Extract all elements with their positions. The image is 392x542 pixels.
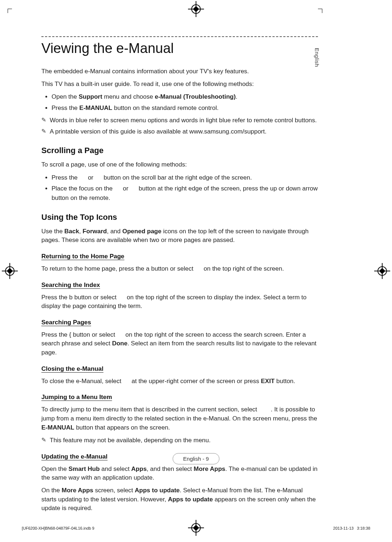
registration-mark-left — [5, 266, 15, 276]
jumping-heading: Jumping to a Menu Item — [41, 394, 318, 401]
intro-bullets: Open the Support menu and choose e-Manua… — [41, 92, 318, 113]
registration-mark-top — [191, 4, 201, 14]
intro-bullet-1: Open the Support menu and choose e-Manua… — [52, 92, 318, 102]
scrolling-intro: To scroll a page, use of one of the foll… — [41, 160, 318, 169]
crop-mark-tr — [318, 9, 322, 13]
index-heading: Searching the Index — [41, 282, 318, 289]
scrolling-heading: Scrolling a Page — [41, 146, 318, 155]
note-icon: ✎ — [41, 116, 46, 124]
page-content: Viewing the e-Manual The embedded e-Manu… — [41, 36, 318, 517]
divider — [41, 36, 318, 37]
scrolling-bullet-1: Press the or button on the scroll bar at… — [52, 173, 318, 182]
registration-mark-bottom — [191, 523, 201, 533]
home-heading: Returning to the Home Page — [41, 253, 318, 260]
crop-mark-tl — [8, 9, 12, 13]
intro-note-1: ✎Words in blue refer to screen menu opti… — [41, 116, 318, 125]
scrolling-bullets: Press the or button on the scroll bar at… — [41, 173, 318, 203]
search-heading: Searching Pages — [41, 319, 318, 326]
footer-left: [UF6200-XH]BN68-04879F-04L16.indb 9 — [22, 526, 94, 530]
jumping-p1: To directly jump to the menu item that i… — [41, 405, 318, 432]
search-body: Press the { button or select on the top … — [41, 330, 318, 357]
intro-note-2: ✎A printable version of this guide is al… — [41, 127, 318, 136]
home-body: To return to the home page, press the a … — [41, 264, 318, 274]
topicons-heading: Using the Top Icons — [41, 213, 318, 222]
jumping-note: ✎This feature may not be available, depe… — [41, 436, 318, 445]
intro-bullet-2: Press the E-MANUAL button on the standar… — [52, 103, 318, 113]
scrolling-bullet-2: Place the focus on the or button at the … — [52, 184, 318, 203]
closing-heading: Closing the e-Manual — [41, 365, 318, 373]
footer-right: 2013-11-13 3:18:38 — [333, 526, 370, 530]
updating-p1: Open the Smart Hub and select Apps, and … — [41, 465, 318, 483]
page-title: Viewing the e-Manual — [41, 41, 318, 56]
page-number: English - 9 — [173, 453, 220, 464]
registration-mark-right — [377, 266, 387, 276]
note-icon: ✎ — [41, 127, 46, 136]
updating-p2: On the More Apps screen, select Apps to … — [41, 486, 318, 513]
note-icon: ✎ — [41, 436, 46, 444]
intro-p2: This TV has a built-in user guide. To re… — [41, 80, 318, 89]
intro-p1: The embedded e-Manual contains informati… — [41, 67, 318, 76]
index-body: Press the b button or select on the top … — [41, 293, 318, 311]
topicons-intro: Use the Back, Forward, and Opened page i… — [41, 227, 318, 245]
closing-body: To close the e-Manual, select at the upp… — [41, 377, 318, 386]
